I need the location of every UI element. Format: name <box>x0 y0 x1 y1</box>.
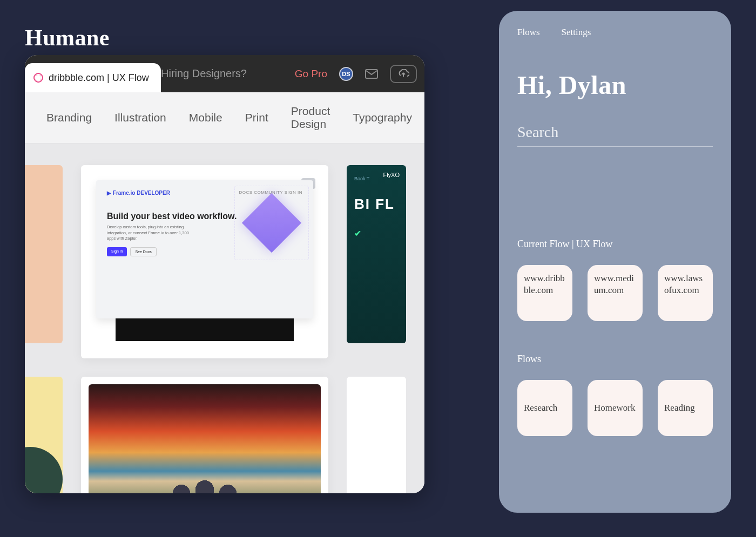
flow-tile-research[interactable]: Research <box>517 380 572 436</box>
shot-thumbnail[interactable] <box>25 165 63 343</box>
frameio-docs-button: See Docs <box>130 247 156 256</box>
greeting: Hi, Dylan <box>517 70 713 100</box>
flow-tile-homework[interactable]: Homework <box>588 380 643 436</box>
category-illustration[interactable]: Illustration <box>114 111 166 124</box>
current-flow-label: Current Flow | UX Flow <box>517 239 713 250</box>
black-bar <box>116 318 294 341</box>
shot-thumbnail[interactable] <box>25 377 63 493</box>
flyxo-logo: FlyXO <box>383 172 400 178</box>
category-mobile[interactable]: Mobile <box>189 111 222 124</box>
panel-tabs: Flows Settings <box>517 27 713 38</box>
flow-tile-reading[interactable]: Reading <box>658 380 713 436</box>
flows-label: Flows <box>517 354 713 365</box>
app-title: Humane <box>25 25 110 51</box>
go-pro-link[interactable]: Go Pro <box>295 68 327 80</box>
category-typography[interactable]: Typography <box>353 111 412 124</box>
chrome-right-tools: Go Pro DS <box>295 55 417 92</box>
search-input[interactable] <box>517 124 713 141</box>
shot-card[interactable]: ▶ Frame.io DEVELOPER DOCS COMMUNITY SIGN… <box>81 165 328 358</box>
search-row <box>517 124 713 147</box>
browser-tab-active[interactable]: dribbble.com | UX Flow <box>25 63 161 92</box>
category-nav: Branding Illustration Mobile Print Produ… <box>25 92 424 144</box>
browser-chrome: dribbble.com | UX Flow Hiring Designers?… <box>25 55 424 92</box>
browser-window: dribbble.com | UX Flow Hiring Designers?… <box>25 55 424 493</box>
tab-flows[interactable]: Flows <box>517 27 540 38</box>
tab-label: dribbble.com | UX Flow <box>49 72 149 84</box>
hiring-link[interactable]: Hiring Designers? <box>161 67 247 80</box>
frameio-sub: Develop custom tools, plug into an exist… <box>107 225 193 242</box>
tab-settings[interactable]: Settings <box>562 27 591 38</box>
shot-thumbnail[interactable] <box>347 377 406 493</box>
category-branding[interactable]: Branding <box>46 111 92 124</box>
flows-row: Research Homework Reading <box>517 380 713 436</box>
site-tile-lawsofux[interactable]: www.lawsofux.com <box>658 265 713 321</box>
site-tile-dribbble[interactable]: www.dribbble.com <box>517 265 572 321</box>
category-product-design[interactable]: Product Design <box>291 105 330 131</box>
check-icon: ✔ <box>354 228 399 239</box>
frameio-signin-button: Sign in <box>107 247 127 256</box>
dribbble-icon <box>33 73 43 83</box>
flyxo-heading: BI FL <box>354 196 399 212</box>
side-panel: Flows Settings Hi, Dylan Current Flow | … <box>499 11 731 513</box>
shot-card[interactable] <box>81 377 328 493</box>
shot-thumbnail-frameio: ▶ Frame.io DEVELOPER DOCS COMMUNITY SIGN… <box>89 173 321 351</box>
sunset-illustration <box>89 384 321 493</box>
cube-illustration <box>242 193 301 253</box>
site-tile-medium[interactable]: www.medium.com <box>588 265 643 321</box>
shot-thumbnail-flyxo[interactable]: FlyXO Book T BI FL ✔ <box>347 165 406 343</box>
mail-icon[interactable] <box>365 69 378 79</box>
current-flow-sites: www.dribbble.com www.medium.com www.laws… <box>517 265 713 321</box>
avatar[interactable]: DS <box>339 67 353 81</box>
shots-grid[interactable]: ▶ Frame.io DEVELOPER DOCS COMMUNITY SIGN… <box>25 144 424 493</box>
shot-thumbnail-sunset <box>89 384 321 493</box>
category-print[interactable]: Print <box>245 111 268 124</box>
upload-button[interactable] <box>390 65 417 83</box>
